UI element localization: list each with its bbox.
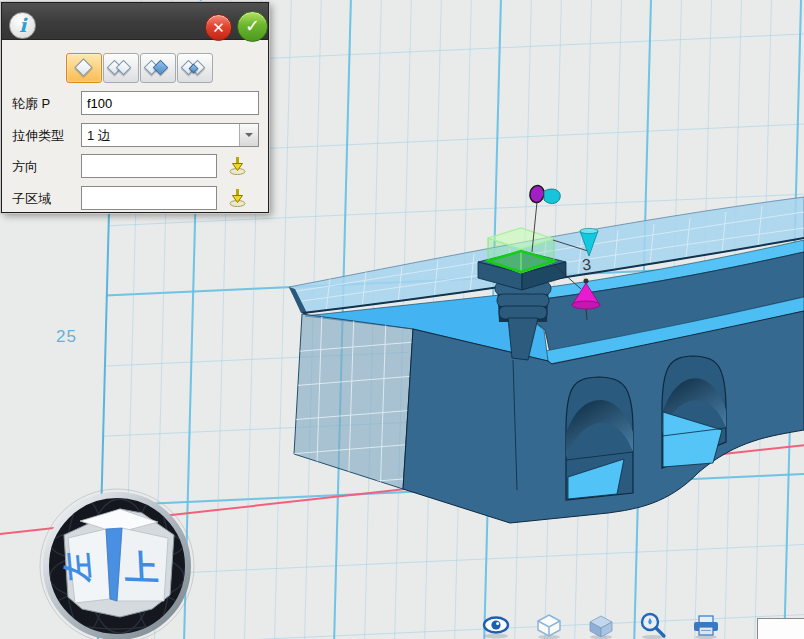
extrude-type-row: 拉伸类型 1 边: [2, 123, 268, 147]
profile-row: 轮廓 P: [2, 91, 268, 115]
corner-panel: [757, 618, 804, 639]
display-wireframe-icon[interactable]: [534, 613, 564, 639]
cancel-button[interactable]: ✕: [205, 14, 232, 41]
direction-label: 方向: [12, 158, 38, 176]
pick-arrow-icon: [227, 187, 248, 208]
rotate-handle-purple[interactable]: [528, 184, 546, 204]
mode-solid-highlighted-button[interactable]: [140, 53, 176, 83]
viewcube-left-label: 左: [60, 552, 96, 583]
print-tool-icon[interactable]: [691, 614, 721, 639]
dialog-titlebar[interactable]: i ✕ ✓: [2, 3, 268, 40]
arch-opening-1[interactable]: [566, 377, 633, 500]
mode-single-solid-button[interactable]: [66, 53, 102, 83]
icon-shadow: [484, 634, 508, 639]
direction-handle-cyan[interactable]: [544, 189, 560, 204]
chevron-down-icon[interactable]: [239, 124, 258, 146]
subregion-input[interactable]: [81, 186, 217, 210]
profile-input[interactable]: [81, 91, 259, 115]
direction-input[interactable]: [81, 154, 217, 178]
direction-row: 方向: [2, 154, 268, 178]
subregion-label: 子区域: [12, 190, 51, 208]
extrude-type-dropdown[interactable]: 1 边: [81, 123, 259, 147]
extrude-arrow-cap: [580, 228, 598, 233]
pick-arrow-icon: [227, 155, 248, 176]
confirm-button[interactable]: ✓: [237, 11, 268, 42]
extrude-feature-dialog: i ✕ ✓ 轮廓 P: [1, 2, 269, 213]
subregion-row: 子区域: [2, 186, 268, 210]
arch-opening-2[interactable]: [662, 356, 726, 468]
extrude-type-label: 拉伸类型: [12, 127, 64, 145]
mode-two-solids-button[interactable]: [103, 53, 139, 83]
diamond-icon-blue: [153, 60, 169, 76]
view-cube[interactable]: 前 左 上: [36, 485, 198, 639]
direction-pick-button[interactable]: [227, 155, 248, 176]
diamond-icon: [116, 60, 132, 76]
zoom-tool-icon[interactable]: [638, 612, 668, 639]
boolean-mode-toolbar: [66, 53, 213, 83]
cad-viewport: 25: [0, 0, 804, 639]
info-icon[interactable]: i: [9, 12, 36, 39]
display-shaded-icon[interactable]: [586, 613, 616, 639]
viewcube-front-label: 上: [122, 547, 159, 586]
profile-label: 轮廓 P: [12, 95, 50, 113]
extrude-type-value: 1 边: [87, 127, 111, 145]
extrude-distance-label: 3: [581, 256, 592, 274]
diamond-icon: [74, 58, 92, 76]
icon-shadow: [642, 635, 664, 639]
subregion-pick-button[interactable]: [227, 187, 248, 208]
mode-solid-inner-button[interactable]: [177, 53, 213, 83]
visibility-eye-icon[interactable]: [480, 615, 512, 639]
cone-base: [572, 301, 600, 309]
